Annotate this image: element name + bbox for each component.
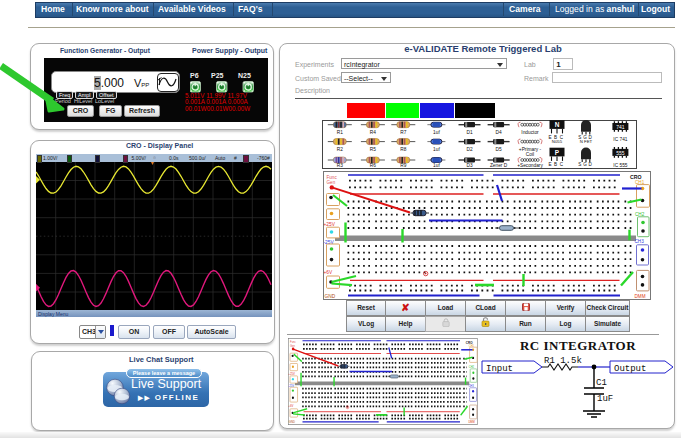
- svg-text:Inductor: Inductor: [521, 130, 539, 135]
- svg-text:1uf: 1uf: [433, 130, 440, 135]
- svg-text:R9: R9: [400, 163, 406, 168]
- svg-text:N FET: N FET: [580, 139, 593, 144]
- svg-text:DMM: DMM: [468, 420, 475, 424]
- svg-text:Output: Output: [614, 364, 646, 374]
- svg-text:D2: D2: [466, 147, 472, 152]
- svg-text:+25V: +25V: [324, 222, 336, 227]
- svg-text:Zener D: Zener D: [490, 163, 508, 168]
- svg-text:+25V: +25V: [288, 372, 295, 376]
- svg-text:N: N: [555, 121, 560, 128]
- svg-text:R2: R2: [337, 147, 343, 152]
- svg-text:R8: R8: [400, 147, 406, 152]
- svg-text:+6V: +6V: [324, 270, 333, 275]
- svg-text:741: 741: [616, 124, 625, 130]
- svg-text:1uf: 1uf: [433, 163, 440, 168]
- svg-text:CH3: CH3: [468, 384, 474, 388]
- svg-text:Gen: Gen: [327, 180, 336, 185]
- svg-text:1uf: 1uf: [433, 147, 440, 152]
- svg-text:N055: N055: [552, 139, 563, 144]
- svg-text:CH3: CH3: [635, 239, 645, 244]
- svg-text:+Secondary: +Secondary: [517, 163, 543, 168]
- svg-text:R3: R3: [337, 163, 343, 168]
- svg-text:GND: GND: [289, 420, 296, 424]
- svg-text:+6V: +6V: [288, 404, 293, 408]
- svg-text:IC 741: IC 741: [613, 137, 627, 142]
- svg-text:D3: D3: [466, 163, 472, 168]
- svg-text:D5: D5: [496, 147, 502, 152]
- svg-text:P055: P055: [552, 167, 563, 169]
- svg-text:R1: R1: [337, 130, 343, 135]
- svg-text:+Primary -: +Primary -: [519, 147, 542, 152]
- svg-text:Coil: Coil: [526, 152, 534, 157]
- svg-text:555: 555: [616, 150, 625, 156]
- svg-text:R4: R4: [370, 130, 376, 135]
- svg-text:R7: R7: [400, 130, 406, 135]
- svg-text:C1: C1: [596, 378, 607, 388]
- svg-text:Input: Input: [486, 364, 513, 374]
- svg-text:D1: D1: [466, 130, 472, 135]
- svg-text:1uF: 1uF: [597, 394, 613, 404]
- svg-text:P FET: P FET: [580, 167, 592, 170]
- svg-text:IC 555: IC 555: [613, 163, 627, 168]
- svg-text:P: P: [555, 149, 560, 156]
- svg-text:GND: GND: [325, 294, 336, 299]
- svg-text:R5: R5: [370, 147, 376, 152]
- svg-text:Gen: Gen: [290, 344, 295, 348]
- svg-text:R6: R6: [370, 163, 376, 168]
- svg-text:DMM: DMM: [635, 294, 646, 299]
- svg-text:D4: D4: [496, 130, 502, 135]
- svg-text:CH1: CH1: [635, 180, 645, 185]
